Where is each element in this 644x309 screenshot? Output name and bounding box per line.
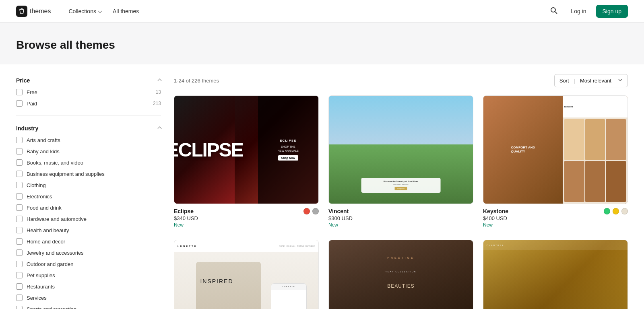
industry-filter-title: Industry <box>16 125 38 132</box>
theme-name: Eclipse <box>174 208 194 214</box>
theme-card[interactable]: ECLIPSE ECLIPSE SHOP THENEW ARRIVALS Sho… <box>174 95 319 230</box>
paid-checkbox[interactable] <box>16 100 23 107</box>
theme-card[interactable]: COMFORT ANDQUALITY keystone <box>483 95 628 230</box>
results-count: 1-24 of 226 themes <box>174 78 219 84</box>
sort-label: Sort <box>559 78 569 84</box>
theme-preview: CHANTREA Hello, sweetsummer <box>483 240 628 309</box>
filter-item: Health and beauty <box>16 225 161 235</box>
price-filter-header[interactable]: Price <box>16 74 161 87</box>
filter-item: Clothing <box>16 180 161 190</box>
industry-checkbox[interactable] <box>16 306 23 309</box>
theme-badge: New <box>328 222 473 228</box>
industry-checkbox[interactable] <box>16 272 23 278</box>
theme-price: $340 USD <box>174 215 319 221</box>
industry-filter-items: Arts and crafts Baby and kids Books, mus… <box>16 135 161 309</box>
industry-checkbox[interactable] <box>16 171 23 177</box>
color-dot[interactable] <box>604 208 610 214</box>
main-layout: Price Free 13 Paid 213 <box>0 64 644 309</box>
nav-links: Collections All themes <box>64 5 547 18</box>
industry-checkbox[interactable] <box>16 193 23 200</box>
industry-checkbox[interactable] <box>16 261 23 267</box>
theme-badge: New <box>483 222 628 228</box>
color-swatches <box>303 208 319 214</box>
filter-item: Arts and crafts <box>16 135 161 145</box>
price-filter-chevron-icon <box>158 78 162 82</box>
industry-checkbox[interactable] <box>16 295 23 301</box>
industry-checkbox[interactable] <box>16 283 23 290</box>
collections-link[interactable]: Collections <box>64 5 106 18</box>
filter-item: Hardware and automotive <box>16 214 161 224</box>
theme-preview: Discover the Diversity of Pine Wines Our… <box>328 95 473 204</box>
theme-grid: ECLIPSE ECLIPSE SHOP THENEW ARRIVALS Sho… <box>174 95 628 309</box>
theme-name-row: Eclipse <box>174 208 319 214</box>
theme-card[interactable]: CHANTREA Hello, sweetsummer Summer <box>483 240 628 309</box>
paid-label: Paid <box>27 101 37 107</box>
industry-label: Clothing <box>27 182 46 188</box>
filter-item: Pet supplies <box>16 270 161 280</box>
all-themes-link[interactable]: All themes <box>108 5 144 18</box>
nav-actions: Log in Sign up <box>547 3 628 19</box>
filter-item: Jewelry and accessories <box>16 247 161 258</box>
filter-item: Business equipment and supplies <box>16 169 161 179</box>
logo-text: themes <box>30 8 51 15</box>
theme-price: $300 USD <box>328 215 473 221</box>
industry-checkbox[interactable] <box>16 227 23 233</box>
theme-info: Vincent $300 USD New <box>328 204 473 230</box>
theme-card[interactable]: Discover the Diversity of Pine Wines Our… <box>328 95 473 230</box>
content-header: 1-24 of 226 themes Sort | Most relevant <box>174 74 628 87</box>
sidebar: Price Free 13 Paid 213 <box>16 74 161 309</box>
free-label: Free <box>27 89 37 95</box>
color-dot[interactable] <box>613 208 619 214</box>
industry-checkbox[interactable] <box>16 249 23 256</box>
industry-checkbox[interactable] <box>16 238 23 245</box>
free-checkbox[interactable] <box>16 89 23 95</box>
signup-button[interactable]: Sign up <box>596 5 628 18</box>
logo-link[interactable]: themes <box>16 6 51 17</box>
svg-rect-0 <box>16 6 27 17</box>
filter-item: Restaurants <box>16 281 161 292</box>
sort-dropdown[interactable]: Sort | Most relevant <box>554 74 628 87</box>
industry-label: Services <box>27 295 47 301</box>
theme-name-row: Vincent <box>328 208 473 214</box>
price-filter-section: Price Free 13 Paid 213 <box>16 74 161 115</box>
price-filter-title: Price <box>16 77 30 84</box>
theme-preview: PRESTIGE YEAR COLLECTION BEAUTIES <box>328 240 473 309</box>
theme-preview: ECLIPSE ECLIPSE SHOP THENEW ARRIVALS Sho… <box>174 95 319 204</box>
filter-item: Books, music, and video <box>16 157 161 168</box>
industry-label: Books, music, and video <box>27 160 83 166</box>
industry-checkbox[interactable] <box>16 182 23 188</box>
color-dot[interactable] <box>312 208 319 214</box>
theme-info: Keystone $400 USD New <box>483 204 628 230</box>
industry-filter-header[interactable]: Industry <box>16 122 161 135</box>
industry-checkbox[interactable] <box>16 216 23 222</box>
svg-point-1 <box>551 8 555 12</box>
industry-checkbox[interactable] <box>16 148 23 154</box>
collections-chevron-icon <box>98 9 102 13</box>
collections-label: Collections <box>68 8 96 14</box>
industry-label: Hardware and automotive <box>27 216 87 222</box>
content-area: 1-24 of 226 themes Sort | Most relevant … <box>174 74 628 309</box>
theme-name: Vincent <box>328 208 349 214</box>
industry-label: Jewelry and accessories <box>27 250 84 256</box>
theme-name-row: Keystone <box>483 208 628 214</box>
paid-count: 213 <box>153 101 161 106</box>
all-themes-label: All themes <box>113 8 139 14</box>
industry-label: Electronics <box>27 194 52 200</box>
filter-item: Baby and kids <box>16 146 161 157</box>
industry-checkbox[interactable] <box>16 159 23 166</box>
color-dot[interactable] <box>303 208 310 214</box>
theme-card[interactable]: LUNETTE SHOP JOURNAL TRADE FEATURES INSP… <box>174 240 319 309</box>
price-filter-items: Free 13 Paid 213 <box>16 87 161 109</box>
search-button[interactable] <box>547 3 561 19</box>
theme-card[interactable]: PRESTIGE YEAR COLLECTION BEAUTIES Presti… <box>328 240 473 309</box>
theme-name: Keystone <box>483 208 508 214</box>
industry-label: Health and beauty <box>27 227 69 233</box>
industry-label: Arts and crafts <box>27 137 60 143</box>
industry-label: Home and decor <box>27 239 65 245</box>
industry-checkbox[interactable] <box>16 204 23 211</box>
industry-checkbox[interactable] <box>16 137 23 143</box>
login-button[interactable]: Log in <box>566 5 591 18</box>
industry-label: Business equipment and supplies <box>27 171 105 177</box>
color-dot[interactable] <box>621 208 628 214</box>
industry-label: Baby and kids <box>27 148 60 154</box>
